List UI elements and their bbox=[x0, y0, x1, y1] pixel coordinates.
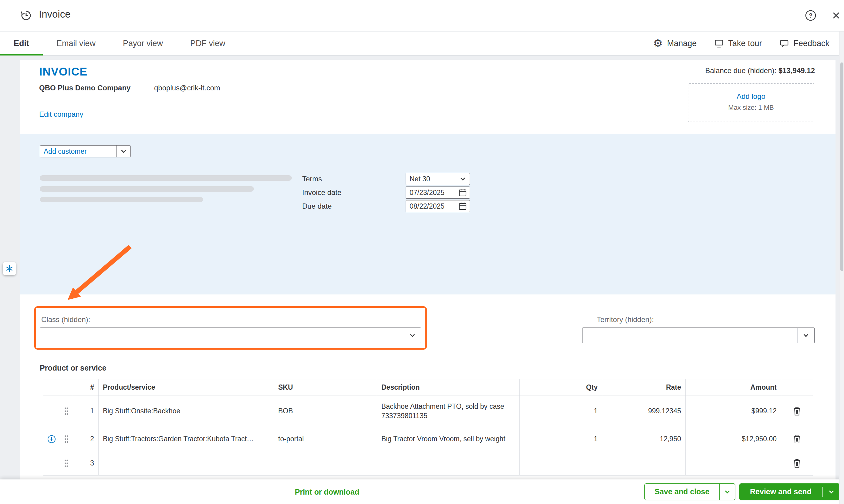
feedback-button[interactable]: Feedback bbox=[779, 38, 829, 48]
cell-qty[interactable] bbox=[520, 451, 602, 475]
cell-sku[interactable]: to-portal bbox=[274, 427, 377, 451]
trash-icon[interactable] bbox=[781, 395, 813, 427]
invoice-heading: INVOICE bbox=[39, 66, 87, 78]
toolbar-actions: ⚙ Manage Take tour Feedback bbox=[653, 32, 844, 55]
scrollbar-thumb[interactable] bbox=[840, 62, 843, 271]
help-icon[interactable]: ? bbox=[804, 9, 817, 22]
drag-handle-icon[interactable] bbox=[60, 427, 73, 451]
col-amount: Amount bbox=[686, 379, 781, 395]
save-and-close-button[interactable]: Save and close bbox=[644, 483, 735, 500]
save-and-close-label: Save and close bbox=[645, 487, 719, 496]
manage-button[interactable]: ⚙ Manage bbox=[653, 38, 697, 49]
customer-skeleton-line bbox=[40, 197, 203, 202]
class-field-label: Class (hidden): bbox=[41, 316, 90, 324]
col-qty: Qty bbox=[520, 379, 602, 395]
close-icon[interactable] bbox=[830, 10, 842, 21]
take-tour-label: Take tour bbox=[728, 39, 762, 48]
trash-icon[interactable] bbox=[781, 427, 813, 451]
add-logo-dropzone[interactable]: Add logo Max size: 1 MB bbox=[688, 83, 814, 122]
customer-skeleton-line bbox=[40, 186, 254, 192]
customer-terms-panel: Add customer Terms Invoice date Due date… bbox=[20, 134, 836, 294]
customer-skeleton-line bbox=[40, 175, 292, 181]
chevron-down-icon bbox=[725, 488, 729, 493]
tab-email-view[interactable]: Email view bbox=[43, 32, 109, 55]
add-logo-label: Add logo bbox=[688, 92, 814, 101]
table-row: 2 Big Stuff:Tractors:Garden Tractor:Kubo… bbox=[43, 427, 813, 451]
cell-product[interactable] bbox=[99, 451, 274, 475]
territory-dropdown-button[interactable] bbox=[797, 328, 814, 343]
balance-due: Balance due (hidden): $13,949.12 bbox=[705, 67, 815, 75]
save-and-close-dropdown[interactable] bbox=[720, 491, 735, 493]
history-icon[interactable] bbox=[19, 9, 33, 22]
invoice-date-input[interactable]: 07/23/2025 bbox=[406, 186, 470, 199]
terms-dropdown-button[interactable] bbox=[456, 173, 470, 185]
table-row: 3 bbox=[43, 451, 813, 475]
col-num: # bbox=[73, 379, 99, 395]
class-dropdown-button[interactable] bbox=[404, 328, 421, 343]
balance-due-amount: $13,949.12 bbox=[778, 67, 815, 75]
window-header: Invoice ? bbox=[0, 0, 844, 32]
tab-edit-label: Edit bbox=[14, 39, 29, 48]
view-tabs: Edit Email view Payor view PDF view bbox=[0, 32, 239, 55]
review-and-send-button[interactable]: Review and send bbox=[739, 483, 840, 500]
action-footer: Print or download Save and close Review … bbox=[0, 480, 844, 504]
cell-qty[interactable]: 1 bbox=[520, 427, 602, 451]
cell-description[interactable]: Backhoe Attachment PTO, sold by case - 7… bbox=[377, 395, 520, 427]
terms-value: Net 30 bbox=[406, 175, 456, 183]
due-date-value: 08/22/2025 bbox=[406, 202, 458, 211]
invoice-date-value: 07/23/2025 bbox=[406, 188, 458, 197]
terms-select[interactable]: Net 30 bbox=[406, 173, 470, 185]
col-product: Product/service bbox=[99, 379, 274, 395]
tab-edit[interactable]: Edit bbox=[0, 32, 43, 55]
invoice-workspace: INVOICE QBO Plus Demo Company qboplus@cr… bbox=[0, 55, 844, 480]
print-or-download-button[interactable]: Print or download bbox=[295, 487, 359, 496]
due-date-input[interactable]: 08/22/2025 bbox=[406, 200, 470, 212]
tab-email-view-label: Email view bbox=[56, 39, 95, 48]
chevron-down-icon bbox=[460, 176, 465, 181]
vertical-scrollbar[interactable] bbox=[839, 32, 844, 504]
drag-handle-icon[interactable] bbox=[60, 395, 73, 427]
cell-rate[interactable]: 12,950 bbox=[602, 427, 686, 451]
calendar-icon[interactable] bbox=[458, 188, 467, 197]
cell-description[interactable] bbox=[377, 451, 520, 475]
add-customer-placeholder: Add customer bbox=[40, 147, 117, 156]
review-and-send-dropdown[interactable] bbox=[823, 491, 840, 493]
add-customer-input[interactable]: Add customer bbox=[40, 145, 131, 157]
view-tabbar: Edit Email view Payor view PDF view ⚙ Ma… bbox=[0, 32, 844, 55]
tour-board-icon bbox=[714, 38, 724, 48]
cell-amount[interactable] bbox=[686, 451, 781, 475]
territory-field-label: Territory (hidden): bbox=[597, 316, 654, 324]
cell-amount[interactable]: $12,950.00 bbox=[686, 427, 781, 451]
cell-rate[interactable] bbox=[602, 451, 686, 475]
territory-select[interactable] bbox=[582, 327, 814, 343]
tab-pdf-view[interactable]: PDF view bbox=[177, 32, 239, 55]
class-select[interactable] bbox=[40, 327, 421, 343]
gear-icon: ⚙ bbox=[653, 38, 663, 49]
cell-description[interactable]: Big Tractor Vroom Vroom, sell by weight bbox=[377, 427, 520, 451]
cell-qty[interactable]: 1 bbox=[520, 395, 602, 427]
chevron-down-icon bbox=[121, 148, 126, 153]
cell-amount[interactable]: $999.12 bbox=[686, 395, 781, 427]
chevron-down-icon bbox=[804, 332, 809, 337]
trash-icon[interactable] bbox=[781, 451, 813, 475]
invoice-form-card: INVOICE QBO Plus Demo Company qboplus@cr… bbox=[20, 60, 836, 480]
cell-product[interactable]: Big Stuff:Tractors:Garden Tractor:Kubota… bbox=[99, 427, 274, 451]
table-row: 1 Big Stuff:Onsite:Backhoe BOB Backhoe A… bbox=[43, 395, 813, 427]
edit-company-link[interactable]: Edit company bbox=[39, 110, 83, 119]
customer-dropdown-button[interactable] bbox=[117, 146, 130, 157]
calendar-icon[interactable] bbox=[458, 202, 467, 211]
sparkle-asterisk-icon bbox=[5, 265, 14, 273]
due-date-label: Due date bbox=[302, 200, 332, 212]
cell-sku[interactable]: BOB bbox=[274, 395, 377, 427]
cell-product[interactable]: Big Stuff:Onsite:Backhoe bbox=[99, 395, 274, 427]
drag-handle-icon[interactable] bbox=[60, 451, 73, 475]
expand-row-icon[interactable] bbox=[43, 427, 60, 451]
terms-label: Terms bbox=[302, 173, 322, 185]
assistant-widget-button[interactable] bbox=[3, 262, 16, 275]
product-section-title: Product or service bbox=[40, 364, 106, 372]
page-title: Invoice bbox=[39, 8, 71, 20]
cell-rate[interactable]: 999.12345 bbox=[602, 395, 686, 427]
tab-payor-view[interactable]: Payor view bbox=[109, 32, 177, 55]
cell-sku[interactable] bbox=[274, 451, 377, 475]
take-tour-button[interactable]: Take tour bbox=[714, 38, 762, 48]
